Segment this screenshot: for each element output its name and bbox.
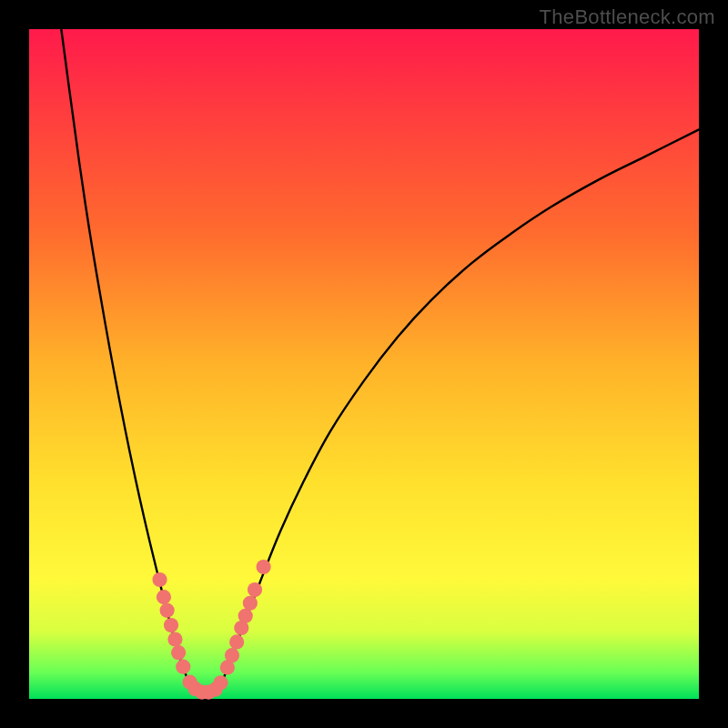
plot-area bbox=[29, 29, 699, 699]
data-marker bbox=[167, 632, 182, 646]
data-marker bbox=[157, 590, 171, 604]
data-marker bbox=[225, 648, 239, 662]
data-marker bbox=[171, 645, 186, 660]
chart-svg bbox=[29, 29, 699, 699]
data-marker bbox=[243, 596, 258, 611]
data-marker bbox=[176, 660, 190, 674]
chart-frame: TheBottleneck.com bbox=[0, 0, 728, 728]
marker-group bbox=[152, 560, 270, 700]
data-marker bbox=[248, 582, 262, 597]
data-marker bbox=[152, 572, 167, 587]
data-marker bbox=[257, 560, 271, 574]
curve-group bbox=[61, 29, 699, 693]
data-marker bbox=[238, 609, 253, 623]
data-marker bbox=[160, 603, 175, 618]
data-marker bbox=[213, 675, 228, 690]
data-marker bbox=[229, 634, 244, 649]
watermark-text: TheBottleneck.com bbox=[540, 5, 715, 29]
bottleneck-curve bbox=[61, 29, 699, 693]
data-marker bbox=[164, 618, 178, 632]
